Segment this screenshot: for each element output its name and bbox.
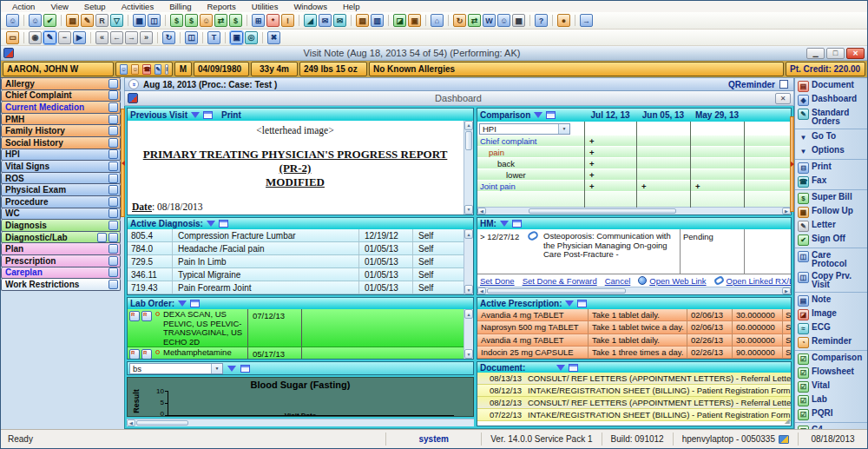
sidebar-item-vital-signs[interactable]: Vital Signs: [1, 161, 121, 173]
splitter-right-handle[interactable]: [790, 116, 794, 212]
payments-icon[interactable]: $: [184, 14, 199, 27]
sidebar-item-super-bill[interactable]: $ Super Bill: [795, 189, 867, 205]
horizontal-scrollbar[interactable]: [477, 207, 791, 215]
lab-order-row[interactable]: RR DEXA SCAN, US PELVIC, US PELVIC-TRANS…: [128, 309, 464, 347]
document-refresh-icon[interactable]: ↻: [452, 14, 467, 27]
scan-icon[interactable]: ◢: [303, 14, 318, 27]
filter-dropdown-icon[interactable]: [191, 112, 200, 118]
maximize-panel-icon[interactable]: [203, 111, 213, 119]
sidebar-item-vital[interactable]: ☑ Vital: [795, 380, 867, 393]
menu-item-view[interactable]: View: [43, 2, 76, 11]
sidebar-item-ros[interactable]: ROS: [1, 173, 121, 185]
patient-card-icon[interactable]: ▣: [407, 14, 422, 27]
sidebar-item-lab[interactable]: ☑ Lab: [795, 393, 867, 407]
sidebar-item-pqri[interactable]: ☑ PQRI: [795, 407, 867, 421]
patient-name[interactable]: AARON, JOHN W: [3, 62, 114, 76]
charges-icon[interactable]: $: [169, 14, 184, 27]
open-section-icon[interactable]: [108, 90, 118, 100]
patient-verify-icon[interactable]: ✔: [43, 14, 57, 27]
lock-icon[interactable]: ●: [556, 14, 571, 27]
toolbar-separator[interactable]: [128, 15, 128, 26]
delete-record-icon[interactable]: −: [57, 31, 72, 44]
maximize-button[interactable]: [826, 48, 845, 59]
first-record-icon[interactable]: «: [95, 31, 109, 44]
sidebar-item-follow-up[interactable]: ▦ Follow Up: [795, 205, 867, 219]
patient-lookup-icon[interactable]: ☺: [5, 14, 20, 27]
cancel-link[interactable]: Cancel: [605, 276, 631, 286]
sidebar-item-letter[interactable]: ✎ Letter: [795, 219, 867, 233]
next-record-icon[interactable]: →: [124, 31, 139, 44]
filter-dropdown-icon[interactable]: [556, 365, 565, 371]
sidebar-item-fax[interactable]: ☎ Fax: [795, 175, 867, 188]
open-section-icon[interactable]: [108, 149, 118, 159]
toolbar-separator[interactable]: [552, 15, 553, 26]
menu-item-help[interactable]: Help: [335, 2, 368, 11]
vertical-scrollbar[interactable]: [464, 229, 473, 294]
sidebar-item-care-protocol[interactable]: ◫ Care Protocol: [795, 248, 867, 270]
sidebar-item-print[interactable]: ⊟ Print: [795, 159, 867, 175]
maximize-panel-icon[interactable]: [569, 364, 578, 372]
open-section-icon[interactable]: [108, 221, 118, 230]
spreadsheet-icon[interactable]: ▦: [511, 14, 526, 27]
sidebar-item-options[interactable]: ▼ Options: [795, 144, 867, 158]
sidebar-item-work-restrictions[interactable]: Work Restrictions: [1, 279, 121, 291]
menu-item-activities[interactable]: Activities: [114, 2, 161, 11]
ledger-icon[interactable]: ▥: [370, 14, 385, 27]
dropdown-arrow-icon[interactable]: [558, 124, 569, 134]
sidebar-item-reminder[interactable]: ◔ Reminder: [795, 335, 867, 349]
word-export-icon[interactable]: W: [482, 14, 496, 27]
set-done-forward-link[interactable]: Set Done & Forward: [523, 276, 597, 286]
previous-record-icon[interactable]: ←: [109, 31, 124, 44]
prescription-row[interactable]: Avandia 4 mg TABLET Take 1 tablet daily.…: [477, 309, 791, 321]
prescription-row[interactable]: Naprosyn 500 mg TABLET Take 1 tablet twi…: [477, 321, 791, 333]
new-record-icon[interactable]: ◉: [28, 31, 43, 44]
collapse-chevron-icon[interactable]: »: [128, 79, 139, 89]
set-done-link[interactable]: Set Done: [480, 276, 515, 286]
open-linked-rx-lab-diagnostic-link[interactable]: Open Linked RX/Lab/Diagnosti: [714, 276, 791, 286]
health-maintenance-row[interactable]: > 12/27/12 Osteoporosis: Communication w…: [477, 229, 791, 274]
organization-icon[interactable]: ⌂: [430, 14, 444, 27]
sidebar-item-allergy[interactable]: Allergy: [1, 78, 121, 90]
info-icon[interactable]: i: [165, 64, 168, 75]
sidebar-item-copy-prv-visit[interactable]: ◫ Copy Prv. Visit: [795, 270, 867, 291]
open-section-icon[interactable]: [108, 244, 118, 254]
task-runner-icon[interactable]: *: [266, 14, 280, 27]
statistics-icon[interactable]: ◪: [392, 14, 407, 27]
help-icon[interactable]: ?: [534, 14, 549, 27]
maximize-panel-icon[interactable]: [190, 300, 200, 307]
notes-icon[interactable]: ✎: [155, 64, 161, 75]
open-section-icon[interactable]: [108, 256, 118, 266]
close-button[interactable]: [846, 48, 865, 59]
previous-visit-document[interactable]: <letterhead image> PRIMARY TREATING PHYS…: [128, 121, 473, 215]
open-section-icon[interactable]: [108, 102, 118, 112]
sidebar-item-hpi[interactable]: HPI: [1, 149, 121, 162]
forward-record-icon[interactable]: ▶: [72, 31, 87, 44]
horizontal-scrollbar[interactable]: [127, 419, 474, 426]
copy-icon[interactable]: ◫: [184, 31, 199, 44]
open-section-icon[interactable]: [108, 197, 118, 207]
comparison-category-select[interactable]: HPI: [479, 123, 570, 135]
open-section-icon[interactable]: [108, 162, 118, 171]
filter-dropdown-icon[interactable]: [534, 112, 542, 118]
sidebar-item-flowsheet[interactable]: ☑ Flowsheet: [795, 366, 867, 380]
toolbar-separator[interactable]: [351, 15, 352, 26]
minimize-button[interactable]: [806, 48, 825, 59]
document-row[interactable]: 08/12/13 INTAKE/REGISTRATION SHEET (BILL…: [477, 385, 791, 397]
filter-dropdown-icon[interactable]: [207, 221, 215, 227]
open-section-icon[interactable]: [108, 233, 118, 242]
filter-dropdown-icon[interactable]: [565, 300, 574, 307]
encounter-folder-icon[interactable]: ▤: [65, 14, 80, 27]
sidebar-item-physical-exam[interactable]: Physical Exam: [1, 184, 121, 196]
last-record-icon[interactable]: »: [139, 31, 154, 44]
dashboard-close-icon[interactable]: [775, 93, 791, 104]
claims-icon[interactable]: ⇄: [214, 14, 228, 27]
maximize-panel-icon[interactable]: [512, 220, 522, 228]
sidebar-item-sign-off[interactable]: ✔ Sign Off: [795, 233, 867, 247]
edit-record-icon[interactable]: ✎: [43, 31, 57, 44]
vertical-scrollbar[interactable]: [464, 121, 473, 215]
sidebar-item-wc[interactable]: WC: [1, 208, 121, 221]
network-settings-icon[interactable]: ◎: [244, 31, 259, 44]
prescription-row[interactable]: Indocin 25 mg CAPSULE Take 1 three times…: [477, 347, 791, 359]
toolbar-separator[interactable]: [202, 32, 203, 43]
sidebar-item-chief-complaint[interactable]: Chief Complaint: [1, 90, 121, 102]
